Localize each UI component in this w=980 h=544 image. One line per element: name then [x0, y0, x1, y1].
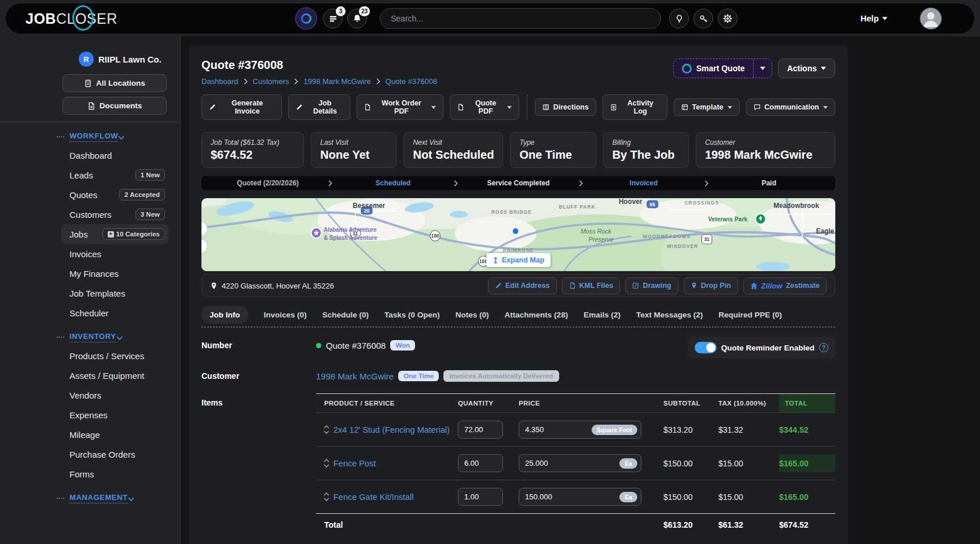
- unit-badge[interactable]: Square Foot: [592, 425, 637, 435]
- map[interactable]: 20651115015031 BessemerHooverROSS BRIDGE…: [201, 198, 835, 271]
- quantity-input[interactable]: [458, 488, 503, 506]
- breadcrumb-link[interactable]: Customers: [253, 77, 289, 86]
- edit-address-button[interactable]: Edit Address: [488, 278, 557, 294]
- breadcrumb-link[interactable]: 1998 Mark McGwire: [303, 77, 370, 86]
- smart-quote-dropdown-button[interactable]: [753, 59, 772, 78]
- quote-reminder-toggle[interactable]: [695, 342, 717, 353]
- key-icon: [699, 14, 708, 23]
- product-link[interactable]: Fence Gate Kit/Install: [333, 492, 414, 502]
- sidebar-item-dashboard[interactable]: Dashboard: [69, 145, 165, 165]
- tab-attachments-28[interactable]: Attachments (28): [505, 306, 568, 324]
- plus-icon: +: [108, 231, 114, 238]
- actions-button[interactable]: Actions: [778, 59, 835, 78]
- tab-job-info[interactable]: Job Info: [201, 306, 248, 324]
- unit-badge[interactable]: Ea: [619, 492, 637, 502]
- sidebar-item-jobs[interactable]: Jobs+10 Categories: [61, 224, 168, 244]
- ai-assistant-button[interactable]: [295, 8, 317, 30]
- row-reorder-handle[interactable]: [316, 459, 333, 468]
- user-avatar[interactable]: [920, 8, 942, 30]
- row-reorder-handle[interactable]: [316, 492, 333, 501]
- tab-tasks-0-open[interactable]: Tasks (0 Open): [384, 306, 440, 324]
- map-label: Alabama Adventure: [324, 227, 377, 233]
- smart-quote-button[interactable]: Smart Quote: [674, 59, 753, 78]
- product-link[interactable]: 2x4 12' Stud (Fencing Material): [333, 425, 450, 435]
- tab-required-ppe-0[interactable]: Required PPE (0): [718, 306, 782, 324]
- notifications-button[interactable]: 23: [347, 9, 367, 28]
- reminder-help-icon[interactable]: ?: [819, 343, 828, 352]
- breadcrumb-link[interactable]: Dashboard: [201, 77, 238, 86]
- kml-files-button[interactable]: KML Files: [562, 278, 621, 294]
- quantity-input[interactable]: [458, 421, 503, 439]
- notifications-count-badge: 23: [359, 6, 370, 16]
- price-input[interactable]: 4.350 Square Foot: [519, 421, 641, 439]
- generate-invoice-button[interactable]: Generate Invoice: [201, 94, 282, 120]
- chevron-right-icon: [328, 180, 332, 187]
- settings-button[interactable]: [718, 9, 737, 28]
- ai-ring-icon: [301, 13, 311, 24]
- help-menu[interactable]: Help: [861, 14, 887, 23]
- permissions-button[interactable]: [693, 9, 713, 28]
- quantity-input[interactable]: [458, 454, 503, 472]
- directions-button[interactable]: Directions: [535, 98, 596, 116]
- total-cell: $344.52: [779, 421, 835, 439]
- price-input[interactable]: 25.000 Ea: [519, 454, 641, 472]
- progress-step[interactable]: Scheduled: [332, 179, 453, 187]
- tab-notes-0[interactable]: Notes (0): [456, 306, 489, 324]
- sidebar-item-assets-equipment[interactable]: Assets / Equipment: [69, 366, 165, 385]
- tab-emails-2[interactable]: Emails (2): [583, 306, 621, 324]
- all-locations-button[interactable]: All Locations: [63, 74, 167, 92]
- zillow-zestimate-button[interactable]: Zillow Zestimate: [743, 278, 827, 294]
- map-pin-icon: [210, 282, 218, 290]
- sidebar-section-inventory[interactable]: INVENTORY: [69, 332, 165, 342]
- search-input[interactable]: [380, 8, 661, 29]
- sidebar-section-management[interactable]: MANAGEMENT: [69, 493, 165, 503]
- documents-button[interactable]: Documents: [63, 97, 167, 115]
- chevron-right-icon: [376, 78, 380, 85]
- edit-square-icon: [632, 282, 639, 289]
- breadcrumb-link[interactable]: Quote #376008: [386, 77, 438, 86]
- drop-pin-button[interactable]: Drop Pin: [684, 278, 738, 294]
- unit-badge[interactable]: Ea: [619, 458, 637, 469]
- customer-link[interactable]: 1998 Mark McGwire: [316, 371, 394, 381]
- page-title: Quote #376008: [201, 59, 437, 72]
- sidebar-item-expenses[interactable]: Expenses: [69, 405, 165, 425]
- address-map-marker: [512, 228, 519, 235]
- quote-pdf-button[interactable]: Quote PDF: [450, 94, 519, 120]
- tab-text-messages-2[interactable]: Text Messages (2): [636, 306, 703, 324]
- tab-schedule-0[interactable]: Schedule (0): [322, 306, 369, 324]
- file-icon: [569, 282, 576, 289]
- sidebar-item-leads[interactable]: Leads1 New: [69, 165, 165, 185]
- price-input[interactable]: 150.000 Ea: [519, 488, 641, 506]
- sidebar-item-purchase-orders[interactable]: Purchase Orders: [69, 444, 165, 464]
- file-icon: [457, 104, 464, 111]
- expand-map-button[interactable]: Expand Map: [486, 253, 551, 267]
- map-label: PRIMROSE: [503, 247, 534, 253]
- job-details-button[interactable]: Job Details: [288, 94, 350, 120]
- company-selector[interactable]: R RIIPL Lawn Co.: [79, 52, 165, 67]
- progress-step[interactable]: Invoiced: [583, 179, 704, 187]
- sidebar-item-products-services[interactable]: Products / Services: [69, 346, 165, 366]
- chat-icon: [754, 104, 761, 111]
- sidebar-item-my-finances[interactable]: My Finances: [69, 264, 165, 283]
- activity-log-button[interactable]: Activity Log: [603, 94, 667, 120]
- row-reorder-handle[interactable]: [316, 425, 333, 434]
- pencil-icon: [209, 104, 216, 111]
- sidebar-item-forms[interactable]: Forms: [69, 464, 165, 484]
- sidebar-section-workflow[interactable]: WORKFLOW: [69, 132, 165, 142]
- work-order-pdf-button[interactable]: Work Order PDF: [357, 94, 443, 120]
- sidebar-item-customers[interactable]: Customers3 New: [69, 205, 165, 224]
- communication-button[interactable]: Communication: [746, 98, 835, 116]
- tab-invoices-0[interactable]: Invoices (0): [264, 306, 307, 324]
- product-link[interactable]: Fence Post: [333, 459, 376, 468]
- stat-card-customer: Customer 1998 Mark McGwire: [696, 132, 835, 168]
- queue-button[interactable]: 3: [323, 9, 343, 28]
- tips-button[interactable]: [669, 9, 689, 28]
- drawing-button[interactable]: Drawing: [625, 278, 678, 294]
- sidebar-item-job-templates[interactable]: Job Templates: [69, 283, 165, 303]
- template-button[interactable]: Template: [674, 98, 740, 116]
- sidebar-item-invoices[interactable]: Invoices: [69, 244, 165, 264]
- sidebar-item-mileage[interactable]: Mileage: [69, 425, 165, 444]
- sidebar-item-quotes[interactable]: Quotes2 Accepted: [69, 185, 165, 205]
- sidebar-item-scheduler[interactable]: Scheduler: [69, 303, 165, 323]
- sidebar-item-vendors[interactable]: Vendors: [69, 385, 165, 405]
